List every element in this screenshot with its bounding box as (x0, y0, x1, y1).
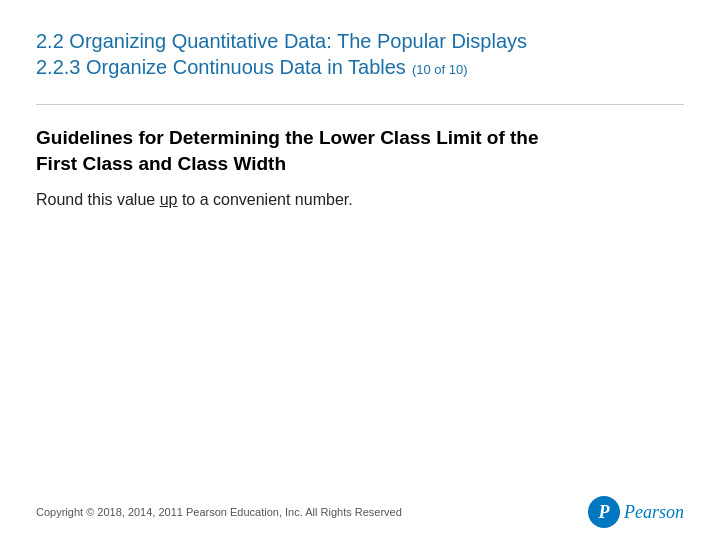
body-text-suffix: to a convenient number. (177, 191, 352, 208)
pearson-label: Pearson (624, 502, 684, 523)
header-section: 2.2 Organizing Quantitative Data: The Po… (36, 28, 684, 80)
title-line1: 2.2 Organizing Quantitative Data: The Po… (36, 28, 684, 54)
body-text: Round this value up to a convenient numb… (36, 188, 684, 212)
guidelines-heading: Guidelines for Determining the Lower Cla… (36, 125, 684, 176)
title-badge: (10 of 10) (412, 62, 468, 79)
footer-copyright: Copyright © 2018, 2014, 2011 Pearson Edu… (36, 506, 402, 518)
footer: Copyright © 2018, 2014, 2011 Pearson Edu… (36, 496, 684, 528)
body-text-underline: up (160, 191, 178, 208)
title-line2-main: 2.2.3 Organize Continuous Data in Tables (36, 54, 406, 80)
pearson-logo: P Pearson (588, 496, 684, 528)
title-line2: 2.2.3 Organize Continuous Data in Tables… (36, 54, 684, 80)
slide-container: 2.2 Organizing Quantitative Data: The Po… (0, 0, 720, 540)
pearson-icon: P (588, 496, 620, 528)
header-divider (36, 104, 684, 105)
body-text-prefix: Round this value (36, 191, 160, 208)
